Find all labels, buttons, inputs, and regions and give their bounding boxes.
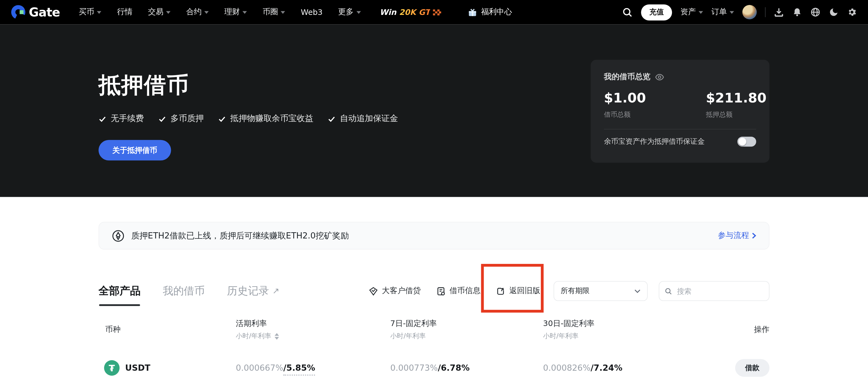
coin-cell: ₮ USDT <box>98 360 236 376</box>
external-link-icon: ↗ <box>273 286 279 296</box>
tabs: 全部产品 我的借币 历史记录 ↗ <box>98 284 279 298</box>
dark-mode-moon-icon[interactable] <box>829 7 838 17</box>
caret-down-icon <box>699 11 703 14</box>
divider <box>604 129 756 129</box>
toolbar-controls: 大客户借贷 借币信息 返回旧版 <box>369 281 770 301</box>
borrow-total-value: $1.00 <box>604 90 706 105</box>
gate-logo-icon <box>11 5 26 19</box>
loan-overview-card: 我的借币总览 $1.00 借币总额 $211.80 <box>591 60 770 162</box>
divider <box>765 7 766 17</box>
download-app-icon[interactable] <box>774 7 784 17</box>
caret-down-icon <box>97 11 101 14</box>
col-action: 操作 <box>698 325 770 335</box>
participate-link[interactable]: 参与流程 <box>718 231 756 240</box>
search-icon <box>665 287 672 295</box>
coin-name: USDT <box>125 363 150 373</box>
collateral-total: $211.80 抵押总额 <box>706 90 756 119</box>
brand-name: Gate <box>29 5 60 19</box>
nav-item-buy-crypto[interactable]: 买币 <box>79 7 101 17</box>
table-header: 币种 活期利率 小时/年利率 7日-固定利率 小时/年利率 30日-固定利率 小… <box>98 319 770 341</box>
feature-item: 抵押物赚取余币宝收益 <box>218 113 313 124</box>
stage: Gate 买币 行情 交易 合约 理财 币圈 Web3 更多 Win 20K G… <box>0 0 868 385</box>
caret-down-icon <box>730 11 734 14</box>
col-flexible-rate[interactable]: 活期利率 小时/年利率 <box>236 319 390 341</box>
vip-diamond-icon <box>369 286 378 296</box>
tabs-toolbar-row: 全部产品 我的借币 历史记录 ↗ 大客户借贷 <box>98 279 770 303</box>
caret-down-icon <box>356 11 361 14</box>
earn-as-collateral-toggle[interactable] <box>737 137 756 147</box>
language-globe-icon[interactable] <box>810 7 820 17</box>
earn-as-collateral-label: 余币宝资产作为抵押借币保证金 <box>604 137 705 147</box>
about-crypto-loan-button[interactable]: 关于抵押借币 <box>98 140 171 161</box>
nav-item-earn[interactable]: 理财 <box>224 7 247 17</box>
caret-down-icon <box>166 11 170 14</box>
hero-section: 抵押借币 无手续费 多币质押 抵押物赚取余币宝收益 自动追加保证金 <box>0 24 868 197</box>
30d-rate-cell: 0.000826%/7.24% <box>543 363 698 373</box>
caret-down-icon <box>243 11 247 14</box>
collateral-total-value: $211.80 <box>706 90 756 105</box>
nav-item-futures[interactable]: 合约 <box>186 7 209 17</box>
check-icon <box>158 115 166 123</box>
vip-loan-button[interactable]: 大客户借贷 <box>369 286 421 296</box>
col-30d-fixed-rate: 30日-固定利率 小时/年利率 <box>543 319 698 341</box>
nav-menu: 买币 行情 交易 合约 理财 币圈 Web3 更多 Win 20K GT <box>79 7 512 17</box>
settings-gear-icon[interactable] <box>847 7 857 17</box>
products-table: 币种 活期利率 小时/年利率 7日-固定利率 小时/年利率 30日-固定利率 小… <box>98 319 770 383</box>
nav-item-assets[interactable]: 资产 <box>680 7 703 17</box>
col-coin: 币种 <box>98 325 236 335</box>
chevron-right-icon <box>752 232 756 239</box>
col-7d-fixed-rate: 7日-固定利率 小时/年利率 <box>390 319 543 341</box>
gate-logo[interactable]: Gate <box>11 5 60 19</box>
tether-icon: ₮ <box>104 360 120 376</box>
recharge-button[interactable]: 充值 <box>641 4 672 20</box>
search-icon[interactable] <box>622 7 633 18</box>
search-box[interactable] <box>659 281 769 301</box>
notifications-bell-icon[interactable] <box>792 7 802 17</box>
user-avatar[interactable] <box>743 5 757 19</box>
top-navbar: Gate 买币 行情 交易 合约 理财 币圈 Web3 更多 Win 20K G… <box>0 0 868 24</box>
loan-info-button[interactable]: 借币信息 <box>436 286 480 296</box>
caret-down-icon <box>205 11 209 14</box>
win-20k-gt-badge[interactable]: Win 20K GT <box>380 8 441 17</box>
borrow-button[interactable]: 借款 <box>735 359 769 377</box>
tab-history[interactable]: 历史记录 ↗ <box>227 284 280 298</box>
period-filter-value: 所有期限 <box>561 286 634 296</box>
nav-item-trade[interactable]: 交易 <box>148 7 170 17</box>
nav-item-orders[interactable]: 订单 <box>711 7 734 17</box>
nav-right: 充值 资产 订单 <box>622 4 857 20</box>
borrow-total: $1.00 借币总额 <box>604 90 706 119</box>
document-icon <box>436 286 445 296</box>
period-filter-select[interactable]: 所有期限 <box>554 281 648 301</box>
eth-icon <box>112 229 125 242</box>
tab-my-loans[interactable]: 我的借币 <box>163 284 205 298</box>
feature-item: 自动追加保证金 <box>328 113 398 124</box>
nav-item-square[interactable]: 币圈 <box>262 7 285 17</box>
check-icon <box>328 115 336 123</box>
table-row-usdt: ₮ USDT 0.000667%/5.85% 0.000773%/6.78% 0… <box>98 353 770 383</box>
tab-all-products[interactable]: 全部产品 <box>98 284 141 298</box>
7d-rate-cell: 0.000773%/6.78% <box>390 363 543 373</box>
feature-item: 多币质押 <box>158 113 204 124</box>
nav-item-web3[interactable]: Web3 <box>301 8 322 17</box>
check-icon <box>98 115 106 123</box>
rewards-hub-link[interactable]: 福利中心 <box>468 7 512 17</box>
nav-item-markets[interactable]: 行情 <box>117 7 133 17</box>
back-to-old-version-button[interactable]: 返回旧版 <box>496 286 540 296</box>
page: Gate 买币 行情 交易 合约 理财 币圈 Web3 更多 Win 20K G… <box>0 0 868 385</box>
borrow-total-label: 借币总额 <box>604 110 706 120</box>
feature-item: 无手续费 <box>98 113 144 124</box>
eye-icon[interactable] <box>655 73 664 81</box>
nav-item-more[interactable]: 更多 <box>338 7 361 17</box>
flexible-rate-cell: 0.000667%/5.85% <box>236 363 390 373</box>
search-input[interactable] <box>676 286 764 296</box>
chevron-down-icon <box>634 289 641 293</box>
sort-icon[interactable] <box>275 333 279 339</box>
notice-text: 质押ETH2借款已上线，质押后可继续赚取ETH2.0挖矿奖励 <box>131 230 718 241</box>
gift-box-icon <box>468 7 477 17</box>
return-old-version-icon <box>496 286 505 296</box>
check-icon <box>218 115 226 123</box>
caret-down-icon <box>281 11 285 14</box>
eth2-notice-banner: 质押ETH2借款已上线，质押后可继续赚取ETH2.0挖矿奖励 参与流程 <box>98 222 770 250</box>
collateral-total-label: 抵押总额 <box>706 110 756 120</box>
main-section: 质押ETH2借款已上线，质押后可继续赚取ETH2.0挖矿奖励 参与流程 全部产品… <box>0 222 868 383</box>
